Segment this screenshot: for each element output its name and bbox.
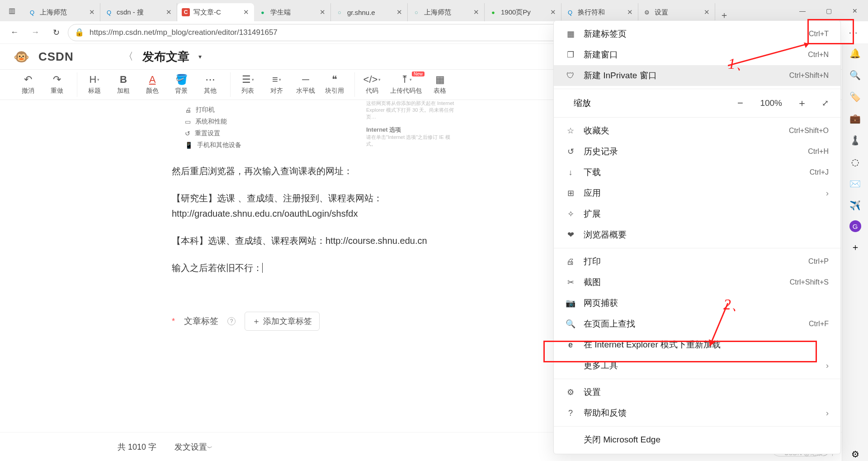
- avatar-icon[interactable]: G: [849, 220, 861, 232]
- tab-3[interactable]: ●学生端✕: [254, 3, 331, 21]
- zoom-out-button[interactable]: −: [734, 97, 746, 109]
- star-icon: ☆: [566, 126, 576, 136]
- menu-downloads[interactable]: ↓下载Ctrl+J: [554, 162, 840, 183]
- publish-settings[interactable]: 发文设置﹀: [175, 442, 212, 452]
- close-icon[interactable]: ✕: [165, 9, 172, 16]
- menu-new-inprivate[interactable]: 🛡新建 InPrivate 窗口Ctrl+Shift+N: [554, 65, 840, 86]
- menu-screenshot[interactable]: ✂截图Ctrl+Shift+S: [554, 272, 840, 293]
- bg-color-icon: 🪣: [175, 74, 188, 85]
- add-tag-button[interactable]: ＋添加文章标签: [245, 312, 320, 331]
- maximize-button[interactable]: ▢: [816, 0, 842, 21]
- add-sidebar-icon[interactable]: ＋: [849, 240, 862, 254]
- close-window-button[interactable]: ✕: [842, 0, 868, 21]
- fullscreen-button[interactable]: ⤢: [822, 98, 829, 108]
- close-icon[interactable]: ✕: [396, 9, 403, 16]
- code-icon: </>▾: [363, 74, 381, 85]
- close-icon[interactable]: ✕: [242, 9, 250, 16]
- menu-print[interactable]: 🖨打印Ctrl+P: [554, 251, 840, 272]
- text-color-icon: A: [149, 74, 156, 85]
- menu-find[interactable]: 🔍在页面上查找Ctrl+F: [554, 314, 840, 334]
- system-icon: ▭: [185, 118, 191, 125]
- tab-8[interactable]: ⚙设置✕: [638, 3, 715, 21]
- hr-icon: ─: [302, 74, 309, 85]
- tab-2-active[interactable]: C写文章-C✕: [177, 3, 254, 21]
- close-icon[interactable]: ✕: [319, 9, 326, 16]
- help-icon[interactable]: ?: [227, 317, 236, 325]
- games-icon[interactable]: ♟️: [849, 133, 862, 147]
- heading-icon: H▾: [90, 74, 100, 85]
- tab-5[interactable]: ○上海师范✕: [408, 3, 485, 21]
- upload-code-button[interactable]: New⤒▾上传代码包: [389, 72, 423, 97]
- lock-icon: 🔒: [75, 28, 84, 37]
- tab-actions-icon[interactable]: ▥: [0, 0, 24, 21]
- bg-button[interactable]: 🪣背景: [170, 72, 193, 97]
- quote-button[interactable]: ❝块引用: [323, 72, 346, 97]
- forward-button: →: [26, 24, 44, 42]
- bell-icon[interactable]: 🔔: [849, 47, 862, 60]
- color-button[interactable]: A颜色: [141, 72, 164, 97]
- tab-title: 换行符和: [578, 8, 623, 17]
- sidebar-settings-icon[interactable]: ⚙: [849, 447, 862, 461]
- briefcase-icon[interactable]: 💼: [849, 112, 862, 125]
- history-icon: ↺: [566, 147, 576, 157]
- reset-icon: ↺: [185, 130, 190, 137]
- search-icon: Q: [566, 8, 574, 16]
- menu-browser-essentials[interactable]: ❤浏览器概要: [554, 224, 840, 245]
- plus-icon: ＋: [252, 316, 260, 327]
- menu-close-edge[interactable]: 关闭 Microsoft Edge: [554, 429, 840, 450]
- tab-6[interactable]: ●1900页Py✕: [485, 3, 561, 21]
- tab-title: 上海师范: [40, 8, 85, 17]
- bold-button[interactable]: B加粗: [112, 72, 135, 97]
- zoom-in-button[interactable]: ＋: [796, 96, 808, 110]
- menu-extensions[interactable]: ✧扩展: [554, 204, 840, 224]
- screenshot-icon: ✂: [566, 277, 576, 287]
- menu-help[interactable]: ?帮助和反馈›: [554, 403, 840, 423]
- code-button[interactable]: </>▾代码: [360, 72, 384, 97]
- list-button[interactable]: ☰▾列表: [236, 72, 259, 97]
- quote-icon: ❝: [332, 74, 337, 85]
- redo-button[interactable]: ↷重做: [45, 72, 69, 97]
- heading-button[interactable]: H▾标题: [83, 72, 106, 97]
- close-icon[interactable]: ✕: [549, 9, 557, 16]
- tab-1[interactable]: Qcsdn - 搜✕: [100, 3, 177, 21]
- site-icon: ○: [335, 8, 344, 16]
- inprivate-icon: 🛡: [566, 71, 576, 81]
- chevron-down-icon[interactable]: ▾: [198, 53, 202, 60]
- telegram-icon[interactable]: ✈️: [849, 199, 862, 212]
- menu-favorites[interactable]: ☆收藏夹Ctrl+Shift+O: [554, 120, 840, 141]
- tools-icon[interactable]: ◌: [849, 155, 862, 169]
- menu-web-capture[interactable]: 📷网页捕获: [554, 293, 840, 314]
- refresh-button[interactable]: ↻: [47, 24, 65, 42]
- align-button[interactable]: ≡▾对齐: [265, 72, 288, 97]
- close-icon[interactable]: ✕: [472, 9, 480, 16]
- hr-button[interactable]: ─水平线: [294, 72, 317, 97]
- download-icon: ↓: [566, 168, 576, 177]
- menu-separator: [554, 379, 840, 379]
- close-icon[interactable]: ✕: [703, 9, 710, 16]
- table-icon: ▦: [435, 74, 445, 85]
- list-icon: ☰▾: [242, 74, 254, 85]
- close-icon[interactable]: ✕: [88, 9, 95, 16]
- minimize-button[interactable]: —: [789, 0, 816, 21]
- other-button[interactable]: ⋯其他: [198, 72, 222, 97]
- back-button[interactable]: ←: [5, 24, 24, 42]
- menu-history[interactable]: ↺历史记录Ctrl+H: [554, 141, 840, 162]
- back-caret-icon[interactable]: 〈: [123, 50, 133, 63]
- menu-apps[interactable]: ⊞应用›: [554, 183, 840, 204]
- menu-settings[interactable]: ⚙设置: [554, 382, 840, 403]
- tag-icon[interactable]: 🏷️: [849, 90, 862, 104]
- menu-separator: [554, 89, 840, 89]
- annotation-label-1: 1、: [728, 53, 751, 74]
- undo-button[interactable]: ↶撤消: [16, 72, 40, 97]
- close-icon[interactable]: ✕: [626, 9, 633, 16]
- search-icon[interactable]: 🔍: [849, 68, 862, 82]
- tab-0[interactable]: Q上海师范✕: [24, 3, 100, 21]
- browser-settings-menu: ▦新建标签页Ctrl+T ❐新建窗口Ctrl+N 🛡新建 InPrivate 窗…: [553, 20, 841, 454]
- new-tab-button[interactable]: ＋: [715, 9, 733, 21]
- menu-separator: [554, 117, 840, 118]
- tab-7[interactable]: Q换行符和✕: [561, 3, 638, 21]
- outlook-icon[interactable]: ✉️: [849, 177, 862, 190]
- table-button[interactable]: ▦表格: [428, 72, 452, 97]
- tab-4[interactable]: ○gr.shnu.e✕: [331, 3, 408, 21]
- site-icon: ●: [259, 8, 267, 16]
